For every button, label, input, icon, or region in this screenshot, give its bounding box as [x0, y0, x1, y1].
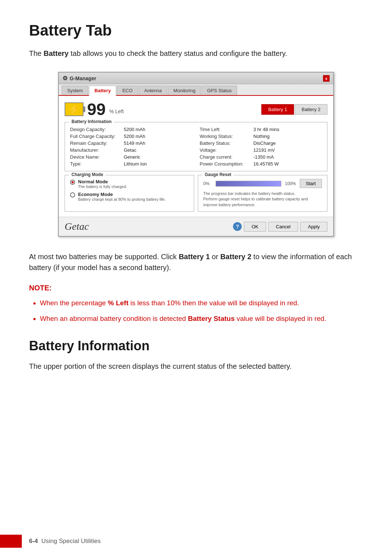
power-consumption-value: 16.45785 W	[253, 161, 279, 167]
economy-mode-title: Economy Mode	[78, 192, 166, 197]
normal-mode-desc: The battery is fully charged.	[78, 184, 127, 189]
battery-tab-buttons: Battery 1 Battery 2	[261, 104, 327, 115]
note-item-1: When the percentage % Left is less than …	[40, 298, 363, 309]
footer-buttons: ? OK Cancel Apply	[233, 222, 327, 232]
intro-bold: Battery	[44, 49, 69, 57]
battery-status-label: Battery Status:	[200, 140, 250, 146]
economy-mode-desc: Battery charge kept at 80% to prolong ba…	[78, 197, 166, 201]
window-body: ⚡ 99 % Left Battery 1 Battery 2 Battery …	[59, 96, 333, 217]
time-left-value: 3 hr 48 mins	[253, 127, 279, 132]
tab-system[interactable]: System	[62, 86, 88, 95]
gauge-reset-label: Gauge Reset	[203, 172, 233, 177]
battery-info-section-label: Battery Information	[69, 119, 114, 124]
gauge-100-label: 100%	[285, 181, 296, 186]
info-row-battery-status: Battery Status: DisCharge	[200, 140, 322, 147]
charging-mode-label: Charging Mode	[69, 172, 105, 177]
note-section: NOTE: When the percentage % Left is less…	[29, 284, 363, 324]
manufacturer-value: Getac	[124, 147, 136, 153]
economy-mode-radio[interactable]	[70, 192, 75, 197]
charging-mode-section: Charging Mode Normal Mode The battery is…	[65, 175, 194, 212]
battery-percent-display: 99	[87, 101, 106, 118]
info-row-full-charge: Full Charge Capacity: 5200 mAh	[70, 133, 192, 140]
cancel-button[interactable]: Cancel	[268, 222, 298, 232]
device-name-value: Generic	[124, 154, 140, 160]
page-footer: 6-4 Using Special Utilities	[0, 535, 392, 548]
gauge-bar-fill	[216, 181, 281, 186]
voltage-value: 12191 mV	[253, 147, 275, 153]
normal-mode-option[interactable]: Normal Mode The battery is fully charged…	[70, 179, 189, 189]
working-status-label: Working Status:	[200, 134, 250, 139]
full-charge-value: 5200 mAh	[124, 134, 145, 139]
gauge-start-button[interactable]: Start	[300, 179, 322, 188]
info-row-charge-current: Charge current: -1350 mA	[200, 154, 322, 160]
tab-bar: System Battery ECO Antenna Monitoring GP…	[59, 84, 333, 96]
battery-percent-value: 99	[87, 100, 106, 119]
ok-button[interactable]: OK	[244, 222, 266, 232]
remain-capacity-label: Remain Capacity:	[70, 140, 121, 146]
red-bar-decoration	[0, 535, 22, 548]
getac-logo: Getac	[65, 221, 89, 232]
battery-status-ref: Battery Status	[188, 315, 235, 322]
apply-button[interactable]: Apply	[300, 222, 327, 232]
section2-text: The upper portion of the screen displays…	[29, 361, 363, 372]
gmanager-title-label: G-Manager	[70, 76, 96, 81]
voltage-label: Voltage:	[200, 147, 250, 153]
page-title: Battery Tab	[29, 22, 363, 39]
tab-eco[interactable]: ECO	[117, 86, 138, 95]
tab-gps-status[interactable]: GPS Status	[201, 86, 237, 95]
normal-mode-radio[interactable]	[70, 180, 75, 185]
intro-paragraph: The Battery tab allows you to check the …	[29, 48, 363, 59]
charge-current-value: -1350 mA	[253, 154, 274, 160]
battery-icon: ⚡	[65, 102, 83, 116]
battery-info-section: Battery Information Design Capacity: 520…	[65, 122, 327, 171]
tab-battery[interactable]: Battery	[89, 86, 116, 96]
info-row-voltage: Voltage: 12191 mV	[200, 147, 322, 154]
gauge-bar-row: 0% 100% Start	[203, 179, 322, 188]
battery2-ref: Battery 2	[220, 253, 252, 261]
charge-current-label: Charge current:	[200, 154, 250, 160]
info-row-device-name: Device Name: Generic	[70, 154, 192, 160]
percent-left-label: % Left	[109, 109, 124, 114]
info-right-column: Time Left: 3 hr 48 mins Working Status: …	[200, 126, 322, 167]
window-close-button[interactable]: x	[323, 75, 330, 82]
info-row-power-consumption: Power Consumption: 16.45785 W	[200, 160, 322, 167]
design-capacity-value: 5200 mAh	[124, 127, 145, 132]
manufacturer-label: Manufacturer:	[70, 147, 121, 153]
footer-page-number: 6-4	[29, 538, 38, 544]
battery-header-row: ⚡ 99 % Left Battery 1 Battery 2	[65, 101, 327, 118]
working-status-value: Nothing	[253, 134, 270, 139]
gauge-reset-section: Gauge Reset 0% 100% Start The progress b…	[198, 175, 327, 212]
info-row-remain: Remain Capacity: 5149 mAh	[70, 140, 192, 147]
body-paragraph: At most two batteries may be supported. …	[29, 251, 363, 273]
battery-status-value: DisCharge	[253, 140, 275, 146]
note-list: When the percentage % Left is less than …	[29, 298, 363, 324]
section2-title: Battery Information	[29, 338, 363, 354]
note-label: NOTE:	[29, 284, 363, 292]
tab-monitoring[interactable]: Monitoring	[168, 86, 201, 95]
tab-antenna[interactable]: Antenna	[139, 86, 167, 95]
gauge-0-label: 0%	[203, 181, 212, 186]
gmanager-window: ⚙ G-Manager x System Battery ECO Antenna…	[58, 72, 334, 237]
info-row-type: Type: Lithium Ion	[70, 160, 192, 167]
battery1-button[interactable]: Battery 1	[261, 104, 294, 115]
type-value: Lithium Ion	[124, 161, 147, 167]
economy-mode-option[interactable]: Economy Mode Battery charge kept at 80% …	[70, 192, 189, 201]
gauge-desc: The progress bar indicates the battery h…	[203, 191, 322, 208]
info-row-manufacturer: Manufacturer: Getac	[70, 147, 192, 154]
design-capacity-label: Design Capacity:	[70, 127, 121, 132]
info-left-column: Design Capacity: 5200 mAh Full Charge Ca…	[70, 126, 192, 167]
info-grid: Design Capacity: 5200 mAh Full Charge Ca…	[70, 126, 322, 167]
info-row-design-capacity: Design Capacity: 5200 mAh	[70, 126, 192, 133]
help-button[interactable]: ?	[233, 222, 242, 231]
info-row-working-status: Working Status: Nothing	[200, 133, 322, 140]
gauge-bar-container	[216, 181, 281, 187]
battery2-button[interactable]: Battery 2	[295, 104, 327, 115]
window-title-text: ⚙ G-Manager	[62, 75, 96, 82]
window-titlebar: ⚙ G-Manager x	[59, 73, 333, 84]
normal-mode-text: Normal Mode The battery is fully charged…	[78, 179, 127, 189]
info-row-time-left: Time Left: 3 hr 48 mins	[200, 126, 322, 133]
note-item-2: When an abnormal battery condition is de…	[40, 314, 363, 324]
battery1-ref: Battery 1	[179, 253, 210, 261]
bottom-row: Charging Mode Normal Mode The battery is…	[65, 175, 327, 212]
percent-left-ref: % Left	[108, 299, 128, 307]
